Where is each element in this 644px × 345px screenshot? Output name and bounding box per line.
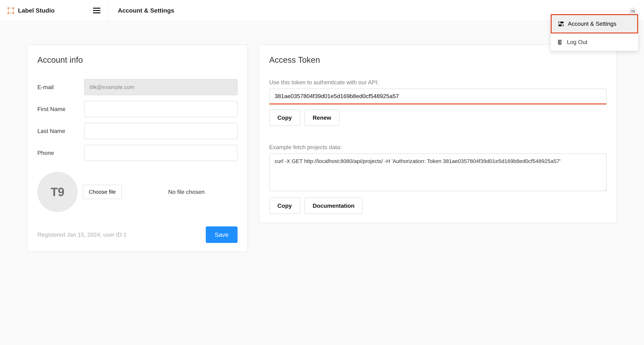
settings-toggle-icon (558, 21, 564, 27)
app-name: Label Studio (18, 7, 54, 14)
phone-field[interactable] (84, 145, 238, 161)
choose-file-button[interactable]: Choose file (83, 185, 122, 199)
app-header: Label Studio Account & Settings T9 Accou… (0, 0, 644, 21)
avatar-row: T9 Choose file No file chosen (38, 172, 238, 212)
hamburger-menu-icon[interactable] (93, 8, 100, 13)
save-button[interactable]: Save (206, 226, 238, 243)
first-name-row: First Name (38, 101, 238, 117)
email-row: E-mail (38, 79, 238, 95)
main-content: Account info E-mail First Name Last Name… (0, 21, 644, 275)
choose-file-label: Choose file (89, 189, 116, 195)
last-name-field[interactable] (84, 123, 238, 139)
documentation-button[interactable]: Documentation (304, 198, 363, 214)
example-buttons: Copy Documentation (269, 198, 606, 214)
phone-row: Phone (38, 145, 238, 161)
svg-point-11 (562, 24, 563, 26)
logout-icon (557, 39, 563, 46)
logo-icon (7, 7, 14, 14)
save-label: Save (215, 231, 229, 238)
svg-point-13 (560, 42, 561, 42)
example-textarea[interactable] (269, 154, 606, 191)
file-status: No file chosen (168, 189, 205, 195)
token-field[interactable]: 381ae0357804f39d01e5d169b8ed0cf548925a57 (269, 88, 606, 104)
dropdown-logout-label: Log Out (567, 39, 588, 46)
documentation-label: Documentation (313, 202, 354, 209)
example-label: Example fetch projects data: (269, 144, 606, 150)
token-value: 381ae0357804f39d01e5d169b8ed0cf548925a57 (274, 93, 399, 100)
registered-meta: Registered Jan 15, 2024, user ID 1 (38, 232, 126, 238)
access-token-card: Access Token Use this token to authentic… (259, 44, 617, 223)
avatar-initials: T9 (50, 185, 64, 199)
account-info-title: Account info (38, 55, 238, 65)
access-token-title: Access Token (269, 55, 606, 65)
email-label: E-mail (38, 84, 84, 90)
token-buttons: Copy Renew (269, 110, 606, 126)
first-name-label: First Name (38, 106, 84, 112)
svg-point-9 (559, 22, 560, 23)
token-description: Use this token to authenticate with our … (269, 79, 606, 86)
avatar-large: T9 (38, 172, 78, 212)
account-info-card: Account info E-mail First Name Last Name… (27, 44, 248, 252)
last-name-label: Last Name (38, 128, 84, 134)
logo[interactable]: Label Studio (7, 7, 54, 14)
page-title: Account & Settings (108, 7, 174, 14)
dropdown-account-label: Account & Settings (568, 20, 616, 27)
avatar-chip-initials: T9 (631, 10, 635, 14)
email-field (84, 79, 238, 95)
renew-token-label: Renew (313, 114, 331, 121)
last-name-row: Last Name (38, 123, 238, 139)
header-left: Label Studio (0, 0, 108, 21)
copy-token-button[interactable]: Copy (269, 110, 300, 126)
svg-rect-12 (558, 40, 562, 45)
copy-token-label: Copy (278, 114, 292, 121)
dropdown-account-settings[interactable]: Account & Settings (551, 14, 638, 34)
user-dropdown: Account & Settings Log Out (550, 14, 638, 51)
dropdown-logout[interactable]: Log Out (551, 34, 638, 51)
first-name-field[interactable] (84, 101, 238, 117)
copy-example-label: Copy (278, 202, 292, 209)
account-footer: Registered Jan 15, 2024, user ID 1 Save (38, 226, 238, 243)
copy-example-button[interactable]: Copy (269, 198, 300, 214)
phone-label: Phone (38, 150, 84, 156)
renew-token-button[interactable]: Renew (304, 110, 340, 126)
